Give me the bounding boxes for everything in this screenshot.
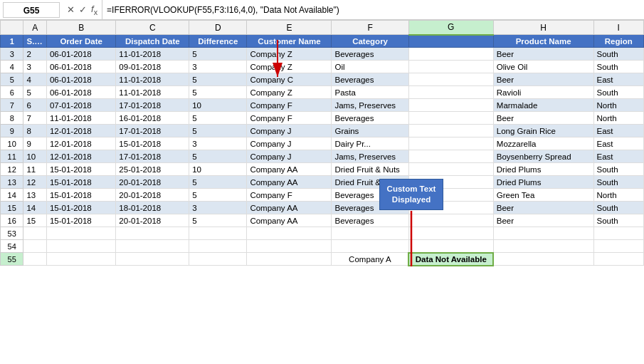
cell-4-col0[interactable]: 3 [23, 61, 46, 73]
cell-9-col4[interactable]: Company J [247, 125, 332, 137]
cell-10-col0[interactable]: 9 [23, 137, 46, 150]
cell-11-col8[interactable]: East [593, 150, 643, 163]
cell-55-col0[interactable] [23, 253, 46, 266]
cell-6-col7[interactable]: Ravioli [493, 86, 593, 99]
cell-55-col6[interactable]: Data Not Available [408, 253, 493, 266]
cell-13-col4[interactable]: Company AA [247, 176, 332, 189]
cell-16-col1[interactable]: 15-01-2018 [46, 214, 115, 227]
cell-13-col7[interactable]: Dried Plums [493, 176, 593, 189]
cell-15-col4[interactable]: Company AA [247, 202, 332, 214]
cell-55-col8[interactable] [593, 253, 643, 266]
col-C[interactable]: C [116, 21, 189, 35]
cell-5-col2[interactable]: 11-01-2018 [116, 73, 189, 86]
cell-5-col0[interactable]: 4 [23, 73, 46, 86]
cell-12-col6[interactable] [408, 163, 493, 176]
cell-13-col8[interactable]: South [593, 176, 643, 189]
cell-15-col8[interactable]: South [593, 202, 643, 214]
cell-3-col7[interactable]: Beer [493, 48, 593, 61]
cell-55-col4[interactable] [247, 253, 332, 266]
cell-8-col3[interactable]: 5 [189, 112, 247, 125]
cell-6-col1[interactable]: 06-01-2018 [46, 86, 115, 99]
cell-16-col8[interactable]: South [593, 214, 643, 227]
cell-11-col5[interactable]: Jams, Preserves [332, 150, 408, 163]
cell-15-col1[interactable]: 15-01-2018 [46, 202, 115, 214]
cancel-icon[interactable]: ✕ [67, 4, 75, 15]
cell-11-col7[interactable]: Boysenberry Spread [493, 150, 593, 163]
cell-14-col2[interactable]: 20-01-2018 [116, 189, 189, 202]
cell-9-col6[interactable] [408, 125, 493, 137]
cell-10-col8[interactable]: East [593, 137, 643, 150]
cell-4-col6[interactable] [408, 61, 493, 73]
cell-9-col5[interactable]: Grains [332, 125, 408, 137]
cell-3-col0[interactable]: 2 [23, 48, 46, 61]
cell-8-col7[interactable]: Beer [493, 112, 593, 125]
col-B[interactable]: B [46, 21, 115, 35]
cell-6-col5[interactable]: Pasta [332, 86, 408, 99]
cell-10-col5[interactable]: Dairy Pr... [332, 137, 408, 150]
cell-4-col2[interactable]: 09-01-2018 [116, 61, 189, 73]
cell-9-col7[interactable]: Long Grain Rice [493, 125, 593, 137]
cell-10-col4[interactable]: Company J [247, 137, 332, 150]
cell-8-col4[interactable]: Company F [247, 112, 332, 125]
cell-55-col5[interactable]: Company A [332, 253, 408, 266]
cell-55-col7[interactable] [493, 253, 593, 266]
cell-5-col5[interactable]: Beverages [332, 73, 408, 86]
cell-8-col5[interactable]: Beverages [332, 112, 408, 125]
cell-4-col1[interactable]: 06-01-2018 [46, 61, 115, 73]
cell-10-col7[interactable]: Mozzarella [493, 137, 593, 150]
cell-13-col0[interactable]: 12 [23, 176, 46, 189]
cell-4-col3[interactable]: 3 [189, 61, 247, 73]
cell-5-col8[interactable]: East [593, 73, 643, 86]
col-F[interactable]: F [332, 21, 408, 35]
col-D[interactable]: D [189, 21, 247, 35]
cell-7-col0[interactable]: 6 [23, 99, 46, 112]
cell-3-col5[interactable]: Beverages [332, 48, 408, 61]
cell-5-col7[interactable]: Beer [493, 73, 593, 86]
cell-14-col8[interactable]: North [593, 189, 643, 202]
cell-12-col4[interactable]: Company AA [247, 163, 332, 176]
cell-13-col1[interactable]: 15-01-2018 [46, 176, 115, 189]
col-H[interactable]: H [493, 21, 593, 35]
cell-10-col2[interactable]: 15-01-2018 [116, 137, 189, 150]
cell-10-col6[interactable] [408, 137, 493, 150]
cell-12-col0[interactable]: 11 [23, 163, 46, 176]
cell-7-col8[interactable]: North [593, 99, 643, 112]
cell-reference-box[interactable]: G55 [3, 2, 60, 18]
cell-15-col3[interactable]: 3 [189, 202, 247, 214]
cell-11-col3[interactable]: 5 [189, 150, 247, 163]
cell-14-col7[interactable]: Green Tea [493, 189, 593, 202]
cell-16-col0[interactable]: 15 [23, 214, 46, 227]
cell-14-col3[interactable]: 5 [189, 189, 247, 202]
cell-4-col5[interactable]: Oil [332, 61, 408, 73]
cell-16-col7[interactable]: Beer [493, 214, 593, 227]
cell-55-col3[interactable] [189, 253, 247, 266]
cell-3-col3[interactable]: 5 [189, 48, 247, 61]
cell-16-col2[interactable]: 20-01-2018 [116, 214, 189, 227]
cell-5-col6[interactable] [408, 73, 493, 86]
cell-16-col6[interactable] [408, 214, 493, 227]
cell-9-col3[interactable]: 5 [189, 125, 247, 137]
cell-9-col8[interactable]: East [593, 125, 643, 137]
cell-8-col1[interactable]: 11-01-2018 [46, 112, 115, 125]
cell-10-col1[interactable]: 12-01-2018 [46, 137, 115, 150]
col-E[interactable]: E [247, 21, 332, 35]
cell-16-col4[interactable]: Company AA [247, 214, 332, 227]
cell-12-col2[interactable]: 25-01-2018 [116, 163, 189, 176]
cell-7-col5[interactable]: Jams, Preserves [332, 99, 408, 112]
cell-13-col3[interactable]: 5 [189, 176, 247, 189]
cell-14-col1[interactable]: 15-01-2018 [46, 189, 115, 202]
cell-15-col7[interactable]: Beer [493, 202, 593, 214]
cell-7-col6[interactable] [408, 99, 493, 112]
cell-55-col2[interactable] [116, 253, 189, 266]
cell-6-col3[interactable]: 5 [189, 86, 247, 99]
cell-7-col3[interactable]: 10 [189, 99, 247, 112]
cell-6-col0[interactable]: 5 [23, 86, 46, 99]
cell-14-col4[interactable]: Company F [247, 189, 332, 202]
cell-4-col7[interactable]: Olive Oil [493, 61, 593, 73]
cell-15-col2[interactable]: 18-01-2018 [116, 202, 189, 214]
cell-3-col1[interactable]: 06-01-2018 [46, 48, 115, 61]
cell-8-col8[interactable]: North [593, 112, 643, 125]
formula-input[interactable] [102, 0, 644, 19]
cell-16-col5[interactable]: Beverages [332, 214, 408, 227]
cell-9-col0[interactable]: 8 [23, 125, 46, 137]
